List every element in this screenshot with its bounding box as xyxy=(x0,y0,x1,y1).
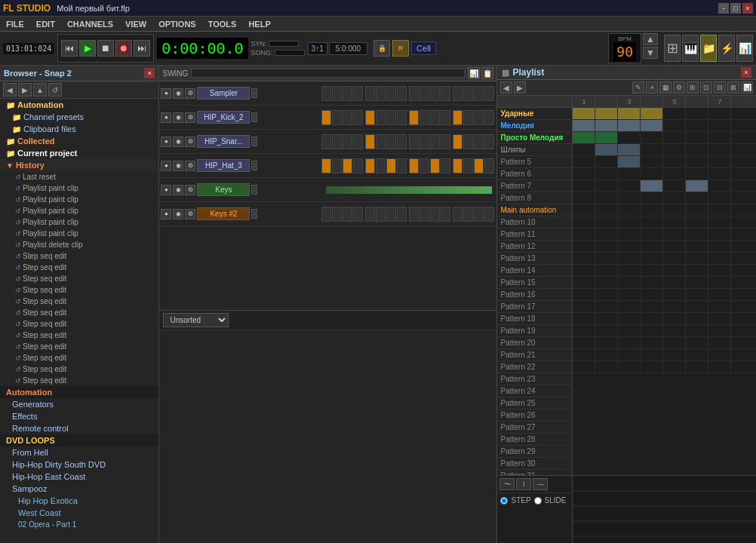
grid-cell-melodia-2[interactable] xyxy=(595,120,618,131)
grid-cell-p5-1[interactable] xyxy=(573,156,595,167)
gc-p21-5[interactable] xyxy=(663,349,686,360)
gc-p20-1[interactable] xyxy=(573,337,595,348)
track-label-pattern18[interactable]: Pattern 18 xyxy=(497,313,572,325)
pad-snare-11[interactable] xyxy=(430,134,440,149)
gc-p14-5[interactable] xyxy=(663,265,686,276)
grid-cell-p7-1[interactable] xyxy=(573,180,595,192)
gc-p13-3[interactable] xyxy=(618,253,641,264)
grid-cell-p5-6[interactable] xyxy=(686,156,708,167)
browser-up-button[interactable]: ▲ xyxy=(33,83,47,97)
gc-p21-7[interactable] xyxy=(708,349,731,360)
track-label-pattern11[interactable]: Pattern 11 xyxy=(497,229,572,241)
gc-p20-2[interactable] xyxy=(595,337,618,348)
pad-hihat-1[interactable] xyxy=(321,158,331,173)
grid-cell-p5-3[interactable] xyxy=(618,156,641,167)
pad-snare-6[interactable] xyxy=(376,134,386,149)
seq-vol-down-sampler[interactable] xyxy=(251,94,257,98)
playlist-tool-9[interactable]: 📊 xyxy=(741,81,753,94)
pad-snare-5[interactable] xyxy=(365,134,375,149)
gc-p14-3[interactable] xyxy=(618,265,641,276)
grid-cell-p8-6[interactable] xyxy=(686,192,708,204)
gc-p20-6[interactable] xyxy=(686,337,708,348)
pad-snare-14[interactable] xyxy=(463,134,473,149)
grid-cell-shlyapi-1[interactable] xyxy=(573,144,595,155)
grid-cell-p8-3[interactable] xyxy=(618,192,641,204)
bpm-up-button[interactable]: ▲ xyxy=(643,33,658,45)
gc-p12-4[interactable] xyxy=(641,241,663,252)
pad-sampler-1[interactable] xyxy=(321,86,331,101)
seq-settings-kick[interactable]: ⚙ xyxy=(185,112,195,123)
gc-p10-1[interactable] xyxy=(573,216,595,228)
seq-mute-sampler[interactable]: ● xyxy=(161,88,171,99)
pad-sampler-4[interactable] xyxy=(353,86,363,101)
seq-solo-sampler[interactable]: ◉ xyxy=(173,88,183,99)
gc-p21-3[interactable] xyxy=(618,349,641,360)
gc-p15-2[interactable] xyxy=(595,277,618,288)
playlist-tool-3[interactable]: ▦ xyxy=(659,81,671,94)
grid-cell-p8-5[interactable] xyxy=(663,192,686,204)
gc-p22-1[interactable] xyxy=(573,361,595,373)
gc-p16-5[interactable] xyxy=(663,289,686,300)
grid-cell-melodia-7[interactable] xyxy=(708,120,731,131)
pad-snare-3[interactable] xyxy=(343,134,352,149)
pad-kick-5[interactable] xyxy=(365,110,375,125)
pad-hihat-14[interactable] xyxy=(463,158,473,173)
grid-cell-p7-6[interactable] xyxy=(686,180,708,192)
grid-cell-p7-4[interactable] xyxy=(641,180,663,192)
piano-ctrl-1[interactable]: 〜 xyxy=(499,478,515,490)
grid-cell-udarnie-4[interactable] xyxy=(641,108,663,119)
seq-view-btn-2[interactable]: 📋 xyxy=(481,67,493,79)
pad-sampler-14[interactable] xyxy=(463,86,473,101)
piano-ctrl-3[interactable]: — xyxy=(533,478,548,490)
gc-p21-2[interactable] xyxy=(595,349,618,360)
history-step-seq-5[interactable]: ↺Step seq edit xyxy=(0,296,158,307)
metronome-btn[interactable]: R xyxy=(392,40,409,57)
track-label-pattern5[interactable]: Pattern 5 xyxy=(497,156,572,168)
browser-item-hip-exotica[interactable]: Hip Hop Exotica xyxy=(0,495,158,507)
gc-p16-7[interactable] xyxy=(708,289,731,300)
pad-snare-4[interactable] xyxy=(353,134,363,149)
track-label-pattern16[interactable]: Pattern 16 xyxy=(497,289,572,301)
track-label-pattern26[interactable]: Pattern 26 xyxy=(497,410,572,422)
history-playlist-delete[interactable]: ↺Playlist delete clip xyxy=(0,239,158,250)
pad-keys2-15[interactable] xyxy=(474,207,484,222)
seq-name-kick[interactable]: HIP_Kick_2 xyxy=(197,111,250,124)
browser-item-collected[interactable]: 📁Collected xyxy=(0,135,158,147)
gc-p11-7[interactable] xyxy=(708,229,731,240)
pad-kick-1[interactable] xyxy=(321,110,331,125)
pad-sampler-3[interactable] xyxy=(343,86,352,101)
grid-cell-ma-7[interactable] xyxy=(708,204,731,216)
history-step-seq-4[interactable]: ↺Step seq edit xyxy=(0,284,158,296)
pad-sampler-11[interactable] xyxy=(430,86,440,101)
play-button[interactable]: ▶ xyxy=(79,40,96,57)
pad-snare-8[interactable] xyxy=(397,134,407,149)
gc-p12-6[interactable] xyxy=(686,241,708,252)
plugin-btn[interactable]: ⚡ xyxy=(718,35,735,62)
track-label-pattern8[interactable]: Pattern 8 xyxy=(497,192,572,204)
track-label-pattern6[interactable]: Pattern 6 xyxy=(497,168,572,180)
gc-p13-2[interactable] xyxy=(595,253,618,264)
gc-p18-4[interactable] xyxy=(641,313,663,324)
gc-p19-6[interactable] xyxy=(686,325,708,336)
grid-cell-shlyapi-4[interactable] xyxy=(641,144,663,155)
gc-p10-5[interactable] xyxy=(663,216,686,228)
grid-cell-prosto-4[interactable] xyxy=(641,132,663,143)
grid-cell-prosto-1[interactable] xyxy=(573,132,595,143)
browser-refresh-button[interactable]: ↺ xyxy=(48,83,62,97)
track-label-udarnie[interactable]: Ударные xyxy=(497,108,572,120)
close-button[interactable]: × xyxy=(742,3,753,14)
pad-kick-3[interactable] xyxy=(343,110,352,125)
gc-p18-2[interactable] xyxy=(595,313,618,324)
history-step-seq-11[interactable]: ↺Step seq edit xyxy=(0,364,158,375)
pad-keys2-12[interactable] xyxy=(441,207,450,222)
seq-vol-down-keys2[interactable] xyxy=(251,214,257,219)
browser-item-west-coast[interactable]: West Coast xyxy=(0,507,158,519)
gc-p11-4[interactable] xyxy=(641,229,663,240)
pad-hihat-9[interactable] xyxy=(409,158,419,173)
pad-hihat-11[interactable] xyxy=(430,158,440,173)
mixer-btn[interactable]: ⊞ xyxy=(664,35,681,62)
pad-hihat-5[interactable] xyxy=(365,158,375,173)
grid-cell-udarnie-7[interactable] xyxy=(708,108,731,119)
seq-solo-kick[interactable]: ◉ xyxy=(173,112,183,123)
gc-p17-5[interactable] xyxy=(663,301,686,312)
